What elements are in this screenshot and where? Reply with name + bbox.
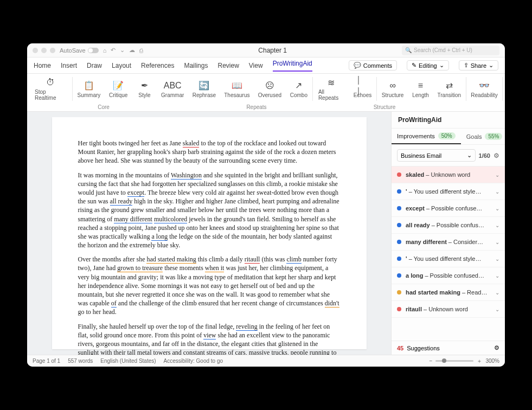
ribbon-thesaurus[interactable]: 📖Thesaurus xyxy=(221,79,253,99)
tab-home[interactable]: Home xyxy=(34,62,51,69)
suggestion-text: ' – You used different style… xyxy=(406,255,491,262)
tab-references[interactable]: References xyxy=(141,62,174,69)
style-icon: ✒ xyxy=(141,80,148,91)
tab-goals[interactable]: Goals 55% xyxy=(461,129,505,144)
side-panel-footer: 45 Suggestions ⚙ xyxy=(392,341,505,355)
suggestion-item[interactable]: ' – You used different style…⌄ xyxy=(392,183,505,200)
ribbon-all-repeats[interactable]: ≋All Repeats xyxy=(314,76,349,102)
save-icon[interactable]: ☁ xyxy=(129,47,135,54)
document-scroll[interactable]: Her tight boots twinged her feet as Jane… xyxy=(27,112,391,355)
search-icon: 🔍 xyxy=(405,47,412,53)
ribbon-length[interactable]: ≡Length xyxy=(408,79,433,99)
suggestion-item[interactable]: had started making – Read…⌄ xyxy=(392,284,505,301)
overused-icon: ☹ xyxy=(265,80,274,91)
suggestion-item[interactable]: skaled – Unknown word⌄ xyxy=(392,166,505,183)
ribbon-combo[interactable]: ↗Combo xyxy=(286,79,311,99)
ribbon-grammar[interactable]: ABCGrammar xyxy=(157,79,188,99)
transition-icon: ⇄ xyxy=(446,80,453,91)
paragraph[interactable]: Her tight boots twinged her feet as Jane… xyxy=(78,139,341,165)
chevron-down-icon[interactable]: ⌄ xyxy=(120,47,125,54)
suggestion-item[interactable]: a long – Possible confused…⌄ xyxy=(392,267,505,284)
ribbon-readability[interactable]: 👓Readability xyxy=(467,79,501,99)
chevron-down-icon: ⌄ xyxy=(495,290,499,296)
zoom-in-button[interactable]: ＋ xyxy=(477,357,482,365)
suggestion-dot-icon xyxy=(397,189,401,194)
maximize-window-button[interactable] xyxy=(50,48,55,53)
editing-button[interactable]: ✎ Editing ⌄ xyxy=(407,60,449,71)
zoom-out-button[interactable]: − xyxy=(430,358,433,364)
stop-realtime-icon: ⏱ xyxy=(46,77,55,88)
text-run: go to her head. xyxy=(78,308,117,316)
suggestion-item[interactable]: many different – Consider…⌄ xyxy=(392,234,505,251)
tab-mailings[interactable]: Mailings xyxy=(184,62,208,69)
suggestion-list[interactable]: skaled – Unknown word⌄' – You used diffe… xyxy=(392,166,505,341)
ribbon-stop-realtime[interactable]: ⏱Stop Realtime xyxy=(30,76,71,102)
autosave-label: AutoSave xyxy=(60,47,86,54)
underlined-text: when it xyxy=(205,264,225,272)
tab-draw[interactable]: Draw xyxy=(87,62,102,69)
ribbon-buttons: ⏱Stop Realtime📋Summary📝Critique✒StyleABC… xyxy=(27,74,505,104)
thesaurus-icon: 📖 xyxy=(232,80,242,91)
undo-icon[interactable]: ↶ xyxy=(111,47,116,54)
status-accessibility[interactable]: Accessibility: Good to go xyxy=(164,358,223,364)
print-icon[interactable]: ⎙ xyxy=(139,47,143,54)
ribbon-echoes[interactable]: ｜｜Echoes xyxy=(350,79,375,99)
rephrase-icon: 🔄 xyxy=(198,80,209,91)
autosave-toggle[interactable]: AutoSave xyxy=(60,47,99,54)
suggestion-item[interactable]: all ready – Possible confus…⌄ xyxy=(392,217,505,234)
underlined-text: all ready xyxy=(110,197,133,206)
goals-badge: 55% xyxy=(485,133,502,140)
document-page[interactable]: Her tight boots twinged her feet as Jane… xyxy=(52,117,367,349)
ribbon-style[interactable]: ✒Style xyxy=(132,79,156,99)
pencil-icon: ✎ xyxy=(412,62,416,69)
paragraph[interactable]: Over the months after she had started ma… xyxy=(78,255,341,316)
ribbon-rephrase[interactable]: 🔄Rephrase xyxy=(189,79,220,99)
tab-layout[interactable]: Layout xyxy=(112,62,131,69)
titlebar: AutoSave ⌂ ↶ ⌄ ☁ ⎙ Chapter 1 🔍 Search (C… xyxy=(27,43,505,57)
suggestion-dot-icon xyxy=(397,273,401,278)
ribbon-label: Transition xyxy=(438,92,462,98)
comments-button[interactable]: 💬 Comments xyxy=(349,60,397,71)
filter-icon[interactable]: ⚙ xyxy=(493,152,499,159)
zoom-slider[interactable] xyxy=(435,360,473,362)
tab-insert[interactable]: Insert xyxy=(61,62,77,69)
ribbon-critique[interactable]: 📝Critique xyxy=(105,79,131,99)
ribbon-summary[interactable]: 📋Summary xyxy=(74,79,104,99)
paragraph[interactable]: It was morning in the mountains of Washi… xyxy=(78,171,341,250)
paragraph[interactable]: Finally, she hauled herself up over the … xyxy=(78,322,341,355)
ribbon-transition[interactable]: ⇄Transition xyxy=(434,79,465,99)
tab-view[interactable]: View xyxy=(249,62,263,69)
tab-improvements[interactable]: Improvements 50% xyxy=(392,129,461,144)
ribbon-label: Thesaurus xyxy=(224,92,249,98)
side-panel-title: ProWritingAid xyxy=(392,112,505,129)
suggestions-count: 45 xyxy=(397,345,403,351)
home-icon[interactable]: ⌂ xyxy=(103,47,107,54)
status-page[interactable]: Page 1 of 1 xyxy=(33,358,60,364)
status-words[interactable]: 557 words xyxy=(68,358,93,364)
text-run: It was morning in the mountains of xyxy=(78,171,171,179)
suggestion-item[interactable]: ' – You used different style…⌄ xyxy=(392,251,505,267)
share-button[interactable]: ⇪ Share ⌄ xyxy=(459,60,498,71)
suggestion-text: a long – Possible confused… xyxy=(406,272,491,279)
ribbon-overused[interactable]: ☹Overused xyxy=(254,79,285,99)
suggestion-item[interactable]: except – Possible confuse…⌄ xyxy=(392,200,505,217)
ribbon-label: All Repeats xyxy=(318,89,344,101)
close-window-button[interactable] xyxy=(33,48,38,53)
search-input[interactable]: 🔍 Search (Cmd + Ctrl + U) xyxy=(402,46,499,55)
chevron-down-icon: ⌄ xyxy=(495,189,499,195)
minimize-window-button[interactable] xyxy=(41,48,47,53)
underlined-text: ritaull xyxy=(245,255,260,264)
gear-icon[interactable]: ⚙ xyxy=(494,344,499,351)
suggestion-dot-icon xyxy=(397,290,401,294)
style-select[interactable]: Business Email ⌄ xyxy=(397,149,476,162)
status-lang[interactable]: English (United States) xyxy=(100,358,156,364)
tab-review[interactable]: Review xyxy=(217,62,239,69)
suggestion-dot-icon xyxy=(397,307,401,311)
group-structure: Structure xyxy=(333,104,436,111)
suggestion-item[interactable]: ritaull – Unknown word⌄ xyxy=(392,301,505,318)
group-core: Core xyxy=(27,104,180,111)
ribbon-structure[interactable]: ∞Structure xyxy=(378,79,407,99)
group-repeats: Repeats xyxy=(180,104,333,111)
ribbon-sticky[interactable]: ✎Sticky xyxy=(504,79,505,99)
tab-prowritingaid[interactable]: ProWritingAid xyxy=(273,60,312,72)
